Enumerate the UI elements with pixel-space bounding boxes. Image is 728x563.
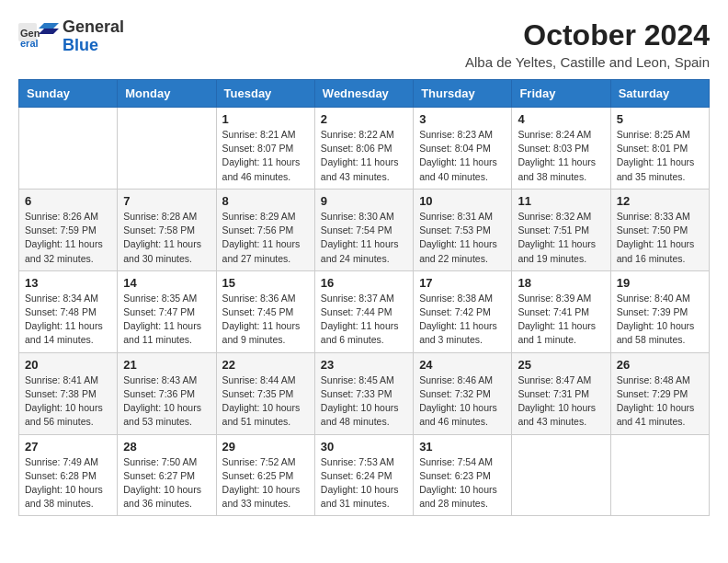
day-info: Sunrise: 8:35 AMSunset: 7:47 PMDaylight:… — [123, 292, 210, 348]
day-info: Sunrise: 7:49 AMSunset: 6:28 PMDaylight:… — [25, 455, 111, 511]
calendar-cell — [610, 434, 709, 516]
calendar-cell: 27Sunrise: 7:49 AMSunset: 6:28 PMDayligh… — [19, 434, 118, 516]
day-info: Sunrise: 8:47 AMSunset: 7:31 PMDaylight:… — [518, 373, 604, 430]
calendar-cell: 12Sunrise: 8:33 AMSunset: 7:50 PMDayligh… — [610, 189, 709, 270]
calendar-cell: 31Sunrise: 7:54 AMSunset: 6:23 PMDayligh… — [414, 434, 512, 516]
day-number: 10 — [419, 194, 506, 208]
header-row: SundayMondayTuesdayWednesdayThursdayFrid… — [19, 80, 710, 108]
day-number: 5 — [617, 112, 703, 126]
calendar-cell: 4Sunrise: 8:24 AMSunset: 8:03 PMDaylight… — [512, 108, 610, 190]
day-info: Sunrise: 8:39 AMSunset: 7:41 PMDaylight:… — [518, 292, 604, 348]
calendar-cell — [512, 434, 610, 516]
header: Gen eral General Blue October 2024 Alba … — [18, 18, 710, 70]
calendar-cell — [118, 108, 216, 190]
calendar-cell: 17Sunrise: 8:38 AMSunset: 7:42 PMDayligh… — [414, 270, 512, 352]
day-number: 17 — [419, 276, 506, 290]
day-info: Sunrise: 8:40 AMSunset: 7:39 PMDaylight:… — [617, 292, 703, 348]
calendar-cell: 8Sunrise: 8:29 AMSunset: 7:56 PMDaylight… — [216, 189, 314, 270]
day-info: Sunrise: 7:53 AMSunset: 6:24 PMDaylight:… — [321, 455, 407, 511]
calendar-cell: 14Sunrise: 8:35 AMSunset: 7:47 PMDayligh… — [118, 270, 216, 352]
day-info: Sunrise: 8:48 AMSunset: 7:29 PMDaylight:… — [617, 373, 703, 430]
day-info: Sunrise: 8:46 AMSunset: 7:32 PMDaylight:… — [419, 373, 506, 430]
day-number: 19 — [617, 276, 703, 290]
day-number: 26 — [617, 358, 703, 372]
day-number: 29 — [222, 440, 309, 454]
day-number: 22 — [222, 358, 309, 372]
day-info: Sunrise: 8:34 AMSunset: 7:48 PMDaylight:… — [25, 292, 111, 348]
calendar-cell: 5Sunrise: 8:25 AMSunset: 8:01 PMDaylight… — [610, 108, 709, 190]
day-info: Sunrise: 8:29 AMSunset: 7:56 PMDaylight:… — [222, 210, 309, 266]
day-number: 4 — [518, 112, 604, 126]
calendar-cell: 30Sunrise: 7:53 AMSunset: 6:24 PMDayligh… — [314, 434, 413, 516]
calendar-cell: 18Sunrise: 8:39 AMSunset: 7:41 PMDayligh… — [512, 270, 610, 352]
day-number: 2 — [321, 112, 407, 126]
day-number: 20 — [25, 358, 111, 372]
day-info: Sunrise: 8:45 AMSunset: 7:33 PMDaylight:… — [321, 373, 407, 430]
calendar-header: SundayMondayTuesdayWednesdayThursdayFrid… — [19, 80, 710, 108]
day-number: 24 — [419, 358, 506, 372]
calendar-body: 1Sunrise: 8:21 AMSunset: 8:07 PMDaylight… — [19, 108, 710, 516]
day-number: 27 — [25, 440, 111, 454]
day-number: 1 — [222, 112, 309, 126]
day-number: 23 — [321, 358, 407, 372]
weekday-header: Tuesday — [216, 80, 314, 108]
day-number: 12 — [617, 194, 703, 208]
calendar-cell: 11Sunrise: 8:32 AMSunset: 7:51 PMDayligh… — [512, 189, 610, 270]
day-info: Sunrise: 8:24 AMSunset: 8:03 PMDaylight:… — [518, 128, 604, 184]
day-info: Sunrise: 7:52 AMSunset: 6:25 PMDaylight:… — [222, 455, 309, 511]
calendar-week-row: 20Sunrise: 8:41 AMSunset: 7:38 PMDayligh… — [19, 352, 710, 434]
day-info: Sunrise: 8:21 AMSunset: 8:07 PMDaylight:… — [222, 128, 309, 184]
calendar-cell: 6Sunrise: 8:26 AMSunset: 7:59 PMDaylight… — [19, 189, 118, 270]
weekday-header: Sunday — [19, 80, 118, 108]
title-area: October 2024 Alba de Yeltes, Castille an… — [465, 18, 710, 70]
day-info: Sunrise: 8:31 AMSunset: 7:53 PMDaylight:… — [419, 210, 506, 266]
day-number: 7 — [123, 194, 210, 208]
logo-blue: Blue — [63, 37, 124, 55]
day-info: Sunrise: 8:30 AMSunset: 7:54 PMDaylight:… — [321, 210, 407, 266]
day-number: 9 — [321, 194, 407, 208]
calendar-cell: 3Sunrise: 8:23 AMSunset: 8:04 PMDaylight… — [414, 108, 512, 190]
calendar-cell: 20Sunrise: 8:41 AMSunset: 7:38 PMDayligh… — [19, 352, 118, 434]
day-number: 13 — [25, 276, 111, 290]
month-title: October 2024 — [465, 18, 710, 52]
logo-general: General — [63, 18, 124, 37]
day-number: 31 — [419, 440, 506, 454]
day-number: 14 — [123, 276, 210, 290]
day-number: 3 — [419, 112, 506, 126]
calendar-cell: 21Sunrise: 8:43 AMSunset: 7:36 PMDayligh… — [118, 352, 216, 434]
calendar-cell: 15Sunrise: 8:36 AMSunset: 7:45 PMDayligh… — [216, 270, 314, 352]
calendar-week-row: 27Sunrise: 7:49 AMSunset: 6:28 PMDayligh… — [19, 434, 710, 516]
calendar-cell: 24Sunrise: 8:46 AMSunset: 7:32 PMDayligh… — [414, 352, 512, 434]
weekday-header: Wednesday — [314, 80, 413, 108]
calendar-cell: 26Sunrise: 8:48 AMSunset: 7:29 PMDayligh… — [610, 352, 709, 434]
day-number: 11 — [518, 194, 604, 208]
calendar-cell: 13Sunrise: 8:34 AMSunset: 7:48 PMDayligh… — [19, 270, 118, 352]
location-subtitle: Alba de Yeltes, Castille and Leon, Spain — [465, 54, 710, 70]
day-info: Sunrise: 7:50 AMSunset: 6:27 PMDaylight:… — [123, 455, 210, 511]
day-number: 8 — [222, 194, 309, 208]
day-number: 25 — [518, 358, 604, 372]
calendar-cell: 16Sunrise: 8:37 AMSunset: 7:44 PMDayligh… — [314, 270, 413, 352]
day-number: 18 — [518, 276, 604, 290]
svg-marker-3 — [39, 23, 59, 29]
weekday-header: Thursday — [414, 80, 512, 108]
weekday-header: Friday — [512, 80, 610, 108]
svg-marker-4 — [39, 29, 59, 34]
weekday-header: Saturday — [610, 80, 709, 108]
calendar-cell: 7Sunrise: 8:28 AMSunset: 7:58 PMDaylight… — [118, 189, 216, 270]
day-number: 28 — [123, 440, 210, 454]
day-info: Sunrise: 8:36 AMSunset: 7:45 PMDaylight:… — [222, 292, 309, 348]
weekday-header: Monday — [118, 80, 216, 108]
day-info: Sunrise: 8:23 AMSunset: 8:04 PMDaylight:… — [419, 128, 506, 184]
calendar-cell: 19Sunrise: 8:40 AMSunset: 7:39 PMDayligh… — [610, 270, 709, 352]
day-info: Sunrise: 8:28 AMSunset: 7:58 PMDaylight:… — [123, 210, 210, 266]
day-info: Sunrise: 8:38 AMSunset: 7:42 PMDaylight:… — [419, 292, 506, 348]
logo-icon: Gen eral — [18, 19, 59, 54]
day-info: Sunrise: 7:54 AMSunset: 6:23 PMDaylight:… — [419, 455, 506, 511]
calendar-week-row: 13Sunrise: 8:34 AMSunset: 7:48 PMDayligh… — [19, 270, 710, 352]
calendar-cell: 2Sunrise: 8:22 AMSunset: 8:06 PMDaylight… — [314, 108, 413, 190]
calendar-cell — [19, 108, 118, 190]
day-info: Sunrise: 8:22 AMSunset: 8:06 PMDaylight:… — [321, 128, 407, 184]
day-number: 30 — [321, 440, 407, 454]
calendar-cell: 28Sunrise: 7:50 AMSunset: 6:27 PMDayligh… — [118, 434, 216, 516]
